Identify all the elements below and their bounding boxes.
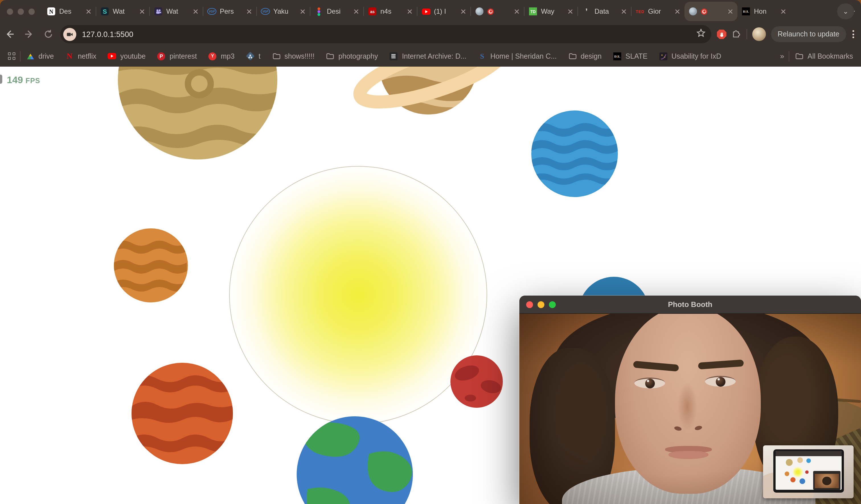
bookmark-item[interactable]: t <box>240 52 266 60</box>
planet-earth[interactable] <box>297 416 413 504</box>
tab-close-icon[interactable]: ✕ <box>353 8 359 15</box>
tab-title: Pers <box>220 8 243 15</box>
all-bookmarks-button[interactable]: All Bookmarks <box>789 52 861 60</box>
d2l-icon: D2L <box>613 52 621 60</box>
folder-icon <box>272 52 281 60</box>
tab-close-icon[interactable]: ✕ <box>674 8 681 15</box>
toolbar-right: Relaunch to update <box>713 26 861 42</box>
tab-close-icon[interactable]: ✕ <box>780 8 787 15</box>
bookmark-item[interactable]: photography <box>320 52 384 60</box>
photo-booth-title: Photo Booth <box>519 300 861 309</box>
tab-recording-indicator <box>701 8 707 14</box>
browser-tab[interactable]: SWat✕ <box>96 0 149 23</box>
minimize-window-icon[interactable] <box>18 8 24 14</box>
close-window-icon[interactable] <box>7 8 13 14</box>
tab-close-icon[interactable]: ✕ <box>621 8 627 15</box>
tab-close-icon[interactable]: ✕ <box>139 8 145 15</box>
url-text[interactable]: 127.0.0.1:5500 <box>82 30 696 38</box>
toolbar: 127.0.0.1:5500 Relaunch to update <box>0 23 861 45</box>
camera-in-use-indicator[interactable] <box>63 28 76 41</box>
browser-tab[interactable]: (1) I✕ <box>418 0 470 23</box>
adblock-extension-icon[interactable] <box>717 29 726 39</box>
browser-tab-active[interactable]: ✕ <box>684 2 737 21</box>
notion-icon: N <box>47 7 56 16</box>
tab-recording-indicator <box>488 8 494 14</box>
bookmark-item[interactable]: youtube <box>102 52 151 60</box>
bookmark-item[interactable]: Ppinterest <box>151 52 202 60</box>
photo-booth-titlebar[interactable]: Photo Booth <box>519 296 861 314</box>
td-icon: TD <box>529 7 537 16</box>
bookmark-label: drive <box>38 52 54 60</box>
reload-button[interactable] <box>39 25 58 44</box>
browser-tab[interactable]: VGPPers✕ <box>203 0 256 23</box>
browser-tab[interactable]: Desi✕ <box>310 0 363 23</box>
relaunch-button[interactable]: Relaunch to update <box>771 26 846 42</box>
pinterest-icon: P <box>157 52 165 60</box>
tab-strip: NDes✕SWat✕Wat✕VGPPers✕VGPYaku✕Desi✕asn4s… <box>0 0 861 23</box>
bookmark-item[interactable]: Usability for IxD <box>653 52 727 60</box>
youtube-icon <box>108 52 117 60</box>
tab-close-icon[interactable]: ✕ <box>192 8 199 15</box>
browser-tab[interactable]: TDWay✕ <box>524 0 577 23</box>
tab-close-icon[interactable]: ✕ <box>85 8 92 15</box>
browser-menu-icon[interactable] <box>851 29 855 39</box>
planet-orange[interactable] <box>114 228 188 302</box>
tab-title: Des <box>59 8 82 15</box>
camcorder-icon <box>154 7 163 16</box>
omnibox[interactable]: 127.0.0.1:5500 <box>60 25 711 43</box>
drive-icon <box>26 52 35 60</box>
tab-close-icon[interactable]: ✕ <box>514 8 520 15</box>
profile-avatar[interactable] <box>752 27 766 41</box>
tab-close-icon[interactable]: ✕ <box>567 8 573 15</box>
planet-red-orange[interactable] <box>132 363 234 464</box>
bookmarks-bar: driveNnetflixyoutubePpinterestYmp3tshows… <box>0 45 861 67</box>
lastfm-icon: as <box>368 7 377 16</box>
apps-grid-icon[interactable] <box>0 53 20 60</box>
streaming-s-icon: S <box>100 7 109 16</box>
bookmark-star-icon[interactable] <box>696 28 705 40</box>
browser-tab[interactable]: ✕ <box>471 0 524 23</box>
bookmark-label: mp3 <box>221 52 235 60</box>
left-edge-sliver <box>0 74 2 84</box>
planet-jupiter[interactable] <box>118 67 277 160</box>
tab-title: Gior <box>648 8 671 15</box>
forward-button[interactable] <box>19 25 39 44</box>
browser-tab[interactable]: NDes✕ <box>43 0 96 23</box>
browser-tab[interactable]: Wat✕ <box>150 0 203 23</box>
browser-tab[interactable]: D2LHon✕ <box>737 0 790 23</box>
bookmark-item[interactable]: drive <box>20 52 59 60</box>
tab-close-icon[interactable]: ✕ <box>300 8 306 15</box>
bookmark-item[interactable]: D2LSLATE <box>607 52 653 60</box>
bookmarks-overflow-chevron[interactable]: » <box>776 52 789 60</box>
window-controls[interactable] <box>0 8 43 14</box>
photo-booth-window[interactable]: Photo Booth <box>519 296 861 504</box>
bookmark-item[interactable]: shows!!!!! <box>266 52 320 60</box>
tab-search-button[interactable]: ⌄ <box>837 3 854 19</box>
bookmark-item[interactable]: Nnetflix <box>59 52 102 60</box>
planet-neptune[interactable] <box>531 110 618 197</box>
bookmark-label: Usability for IxD <box>671 52 721 60</box>
browser-tab[interactable]: ’Data✕ <box>578 0 631 23</box>
planet-mars[interactable] <box>450 355 503 408</box>
sun[interactable] <box>230 166 487 424</box>
browser-tab[interactable]: asn4s✕ <box>364 0 417 23</box>
tab-close-icon[interactable]: ✕ <box>727 8 734 15</box>
bookmark-item[interactable]: SHome | Sheridan C... <box>472 52 562 60</box>
bookmark-item[interactable]: Ymp3 <box>202 52 240 60</box>
tab-close-icon[interactable]: ✕ <box>246 8 252 15</box>
extensions-puzzle-icon[interactable] <box>732 28 741 40</box>
tab-close-icon[interactable]: ✕ <box>407 8 413 15</box>
planet-saturn[interactable] <box>354 67 509 119</box>
browser-tab[interactable]: TEDGior✕ <box>631 0 684 23</box>
bookmark-label: Internet Archive: D... <box>402 52 467 60</box>
photo-thumbnail[interactable] <box>763 445 853 498</box>
bookmark-item[interactable]: design <box>562 52 607 60</box>
zoom-window-icon[interactable] <box>28 8 35 14</box>
back-button[interactable] <box>0 25 19 44</box>
d2l-icon: D2L <box>741 7 751 16</box>
browser-tab[interactable]: VGPYaku✕ <box>257 0 310 23</box>
toolbar-divider <box>746 29 747 39</box>
tab-close-icon[interactable]: ✕ <box>460 8 466 15</box>
mini-photo-booth <box>813 471 840 490</box>
bookmark-item[interactable]: Internet Archive: D... <box>384 52 472 60</box>
